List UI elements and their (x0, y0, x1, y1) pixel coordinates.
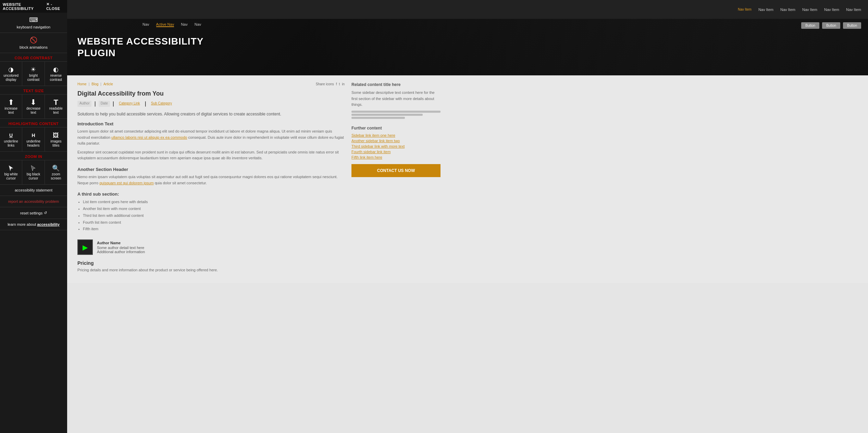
hero-section: WEBSITE ACCESSIBILITYPLUGIN Button Butto… (67, 19, 868, 75)
highlighting-grid: U underlinelinks H underlineheaders 🖼 im… (0, 127, 67, 152)
hero-text: WEBSITE ACCESSIBILITYPLUGIN (77, 36, 203, 59)
increase-text-button[interactable]: ⬆ increasetext (0, 95, 22, 119)
keyboard-icon: ⌨ (29, 16, 38, 24)
underline-headers-button[interactable]: H underlineheaders (22, 127, 45, 151)
images-titles-label: imagestitles (50, 139, 61, 148)
report-problem-link[interactable]: report an accessibility problem (0, 196, 67, 207)
nav-item-5[interactable]: Nav Item (824, 8, 839, 12)
tag-category[interactable]: Category Link (117, 101, 142, 107)
hero-nav-3[interactable]: Nav (181, 22, 188, 27)
section-1-para: Lorem ipsum dolor sit amet consectetur a… (77, 128, 345, 147)
sidebar-link-4[interactable]: Fourth sidebar link item (351, 150, 441, 154)
reverse-contrast-button[interactable]: ◐ reversecontrast (45, 62, 67, 86)
zoom-header: ZOOM IN (0, 152, 67, 160)
keyboard-nav-item[interactable]: ⌨ keyboard navigation (0, 13, 67, 33)
cta-button[interactable]: CONTACT US NOW (351, 164, 441, 177)
breadcrumb-blog[interactable]: Blog (91, 82, 98, 86)
block-animations-item[interactable]: 🚫 block animations (0, 33, 67, 53)
article-intro: Solutions to help you build accessible s… (77, 111, 345, 117)
color-contrast-header: COLOR CONTRAST (0, 53, 67, 62)
section-2-para: Nemo enim ipsam voluptatem quia voluptas… (77, 174, 345, 186)
hero-nav-4[interactable]: Nav (195, 22, 201, 27)
tag-2: Date (99, 101, 110, 107)
breadcrumb-home[interactable]: Home (77, 82, 87, 86)
underline-headers-icon: H (29, 131, 37, 139)
breadcrumb-shares: Share icons (316, 82, 334, 86)
inline-link-1[interactable]: ullamco laboris nisi ut aliquip ex ea co… (111, 135, 187, 139)
bright-contrast-label: brightcontrast (27, 74, 40, 82)
list-item-2: Another list item with more content (83, 206, 345, 212)
underline-links-label: underlinelinks (4, 139, 18, 148)
big-black-cursor-button[interactable]: big blackcursor (22, 160, 45, 184)
inline-link-2[interactable]: quisquam est qui dolorem ipsum (99, 181, 153, 185)
sidebar-link-1[interactable]: Sidebar link item one here (351, 133, 441, 137)
reset-settings-link[interactable]: reset settings ↺ (0, 207, 67, 219)
big-white-cursor-button[interactable]: big whitecursor (0, 160, 22, 184)
keyboard-nav-label: keyboard navigation (17, 25, 50, 29)
readable-text-icon: T (52, 98, 60, 107)
zoom-screen-button[interactable]: 🔍 zoomscreen (45, 160, 67, 184)
decrease-text-button[interactable]: ⬇ decreasetext (22, 95, 45, 119)
images-titles-button[interactable]: 🖼 imagestitles (45, 127, 67, 151)
breadcrumb-share-icon-3[interactable]: in (342, 82, 345, 86)
underline-links-button[interactable]: U underlinelinks (0, 127, 22, 151)
breadcrumb-share-icon-2[interactable]: t (339, 82, 340, 86)
big-white-cursor-icon (7, 164, 15, 172)
hero-action-3[interactable]: Button (843, 22, 861, 29)
list-item-4: Fourth list item content (83, 219, 345, 226)
sidebar-link-5[interactable]: Fifth link item here (351, 155, 441, 159)
nav-item-2[interactable]: Nav Item (758, 8, 773, 12)
decrease-text-icon: ⬇ (29, 98, 37, 107)
section-3-header: A third sub section: (77, 191, 345, 197)
article-title: Digital Accessibility from You (77, 90, 345, 97)
underline-headers-label: underlineheaders (26, 139, 40, 148)
content-list: List item content goes here with details… (77, 199, 345, 233)
bright-contrast-button[interactable]: ☀ brightcontrast (22, 62, 45, 86)
zoom-screen-label: zoomscreen (51, 172, 61, 181)
sidebar-link-3[interactable]: Third sidebar link with more text (351, 144, 441, 148)
close-button[interactable]: ✕ - close (46, 2, 64, 11)
sidebar-link-2[interactable]: Another sidebar link item two (351, 139, 441, 143)
breadcrumb-sep-1: | (89, 82, 90, 86)
tag-row: Author | Date | Category Link | Sub Cate… (77, 101, 345, 107)
hero-action-1[interactable]: Button (801, 22, 819, 29)
nav-item-3[interactable]: Nav Item (780, 8, 795, 12)
readable-text-label: readabletext (49, 107, 63, 115)
readable-text-button[interactable]: T readabletext (45, 95, 67, 119)
site-header: Nav Item Nav Item Nav Item Nav Item Nav … (67, 0, 868, 19)
sidebar-title-1: Related content title here (351, 82, 441, 87)
section-3: A third sub section: List item content g… (77, 191, 345, 233)
main-content: Nav Item Nav Item Nav Item Nav Item Nav … (67, 0, 868, 433)
sidebar-placeholder-2 (351, 114, 423, 116)
section-2-header: Another Section Header (77, 167, 345, 172)
hero-nav: Nav Active Nav Nav Nav (142, 22, 201, 27)
breadcrumb-share-icon-1[interactable]: f (336, 82, 337, 86)
author-avatar: ▶ (77, 239, 93, 255)
big-black-cursor-icon (29, 164, 37, 172)
list-item-1: List item content goes here with details (83, 199, 345, 206)
reverse-contrast-label: reversecontrast (50, 74, 62, 82)
sidebar-text-1: Some sidebar descriptive text content he… (351, 90, 441, 108)
author-block: ▶ Author Name Some author detail text he… (77, 239, 345, 255)
increase-text-icon: ⬆ (7, 98, 15, 107)
text-size-header: TEXT SIZE (0, 86, 67, 95)
tag-subcategory[interactable]: Sub Category (149, 101, 174, 107)
learn-more-bold: accessibility (37, 222, 59, 226)
hero-action-2[interactable]: Button (822, 22, 840, 29)
author-info: Author Name Some author detail text here… (97, 241, 145, 254)
reset-icon: ↺ (44, 211, 47, 215)
hero-nav-1[interactable]: Nav (142, 22, 149, 27)
learn-more-link[interactable]: learn more about accessibility (0, 219, 67, 230)
zoom-grid: big whitecursor big blackcursor 🔍 zoomsc… (0, 160, 67, 185)
sidebar-section-1: Related content title here Some sidebar … (351, 82, 441, 119)
accessibility-panel: WEBSITE ACCESSIBILITY ✕ - close ⌨ keyboa… (0, 0, 67, 433)
hero-nav-2[interactable]: Active Nav (156, 22, 174, 27)
nav-item-4[interactable]: Nav Item (802, 8, 817, 12)
nav-item-6[interactable]: Nav Item (846, 8, 861, 12)
nav-item-1[interactable]: Nav Item (738, 8, 752, 11)
highlighting-header: HIGHLIGHTING CONTENT (0, 119, 67, 127)
uncolored-display-button[interactable]: ◑ uncoloreddisplay (0, 62, 22, 86)
accessibility-statement-link[interactable]: accessibility statement (0, 185, 67, 196)
decrease-text-label: decreasetext (26, 107, 40, 115)
list-item-5: Fifth item (83, 226, 345, 233)
